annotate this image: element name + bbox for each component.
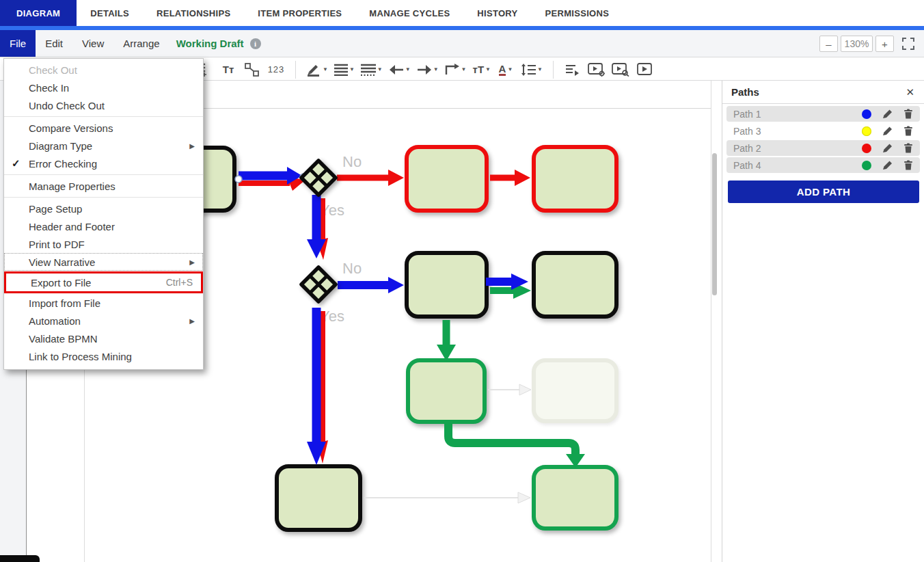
line-style-icon[interactable]: ▼ xyxy=(334,61,355,79)
fullscreen-icon[interactable] xyxy=(902,38,914,50)
tab-history[interactable]: HISTORY xyxy=(463,0,531,26)
menu-item-check-out: Check Out xyxy=(4,61,203,79)
elbow-connector-icon[interactable]: ▼ xyxy=(445,61,467,79)
menu-item-header-and-footer[interactable]: Header and Footer xyxy=(4,217,203,235)
line-spacing-icon[interactable]: ▼ xyxy=(521,61,543,79)
run-icon[interactable] xyxy=(636,61,653,79)
line-fill-style-icon[interactable]: ▼ xyxy=(361,61,383,79)
checkmark-icon: ✓ xyxy=(12,157,21,170)
task-box-red-2[interactable] xyxy=(532,145,619,213)
task-box-faded[interactable] xyxy=(532,358,619,423)
submenu-arrow-icon: ▶ xyxy=(189,317,195,325)
menu-item-export-to-file[interactable]: Export to FileCtrl+S xyxy=(4,271,203,293)
delete-trash-icon[interactable] xyxy=(903,160,913,170)
zoom-in-button[interactable]: + xyxy=(875,36,894,52)
gateway2-no-label: No xyxy=(342,260,362,278)
paths-panel-title: Paths xyxy=(731,86,759,98)
page-boundary-right xyxy=(711,81,711,562)
tab-item-properties[interactable]: ITEM PROPERTIES xyxy=(244,0,355,26)
menu-item-compare-versions[interactable]: Compare Versions xyxy=(4,119,203,137)
menu-item-page-setup[interactable]: Page Setup xyxy=(4,200,203,217)
zoom-level-value: 130% xyxy=(841,36,873,52)
task-box-green-2[interactable] xyxy=(532,465,619,531)
run-preview-icon[interactable] xyxy=(612,61,629,79)
menu-item-diagram-type[interactable]: Diagram Type▶ xyxy=(4,137,203,155)
gateway2-yes-label: Yes xyxy=(320,308,344,325)
menu-item-print-to-pdf[interactable]: Print to PDF xyxy=(4,235,203,253)
canvas-scrollbar[interactable] xyxy=(712,153,717,295)
menu-item-error-checking[interactable]: ✓Error Checking xyxy=(4,155,203,172)
top-tab-bar: DIAGRAM DETAILS RELATIONSHIPS ITEM PROPE… xyxy=(0,0,924,26)
submenu-arrow-icon: ▶ xyxy=(189,258,195,266)
close-icon[interactable]: ✕ xyxy=(906,86,914,98)
tab-permissions[interactable]: PERMISSIONS xyxy=(532,0,623,26)
menu-item-view-narrative[interactable]: View Narrative▶ xyxy=(4,253,203,271)
menu-bar: File Edit View Arrange Working Draft i xyxy=(0,30,924,57)
path-row-3[interactable]: Path 3 xyxy=(726,123,920,139)
status-working-draft: Working Draft i xyxy=(169,30,267,57)
edit-pencil-icon[interactable] xyxy=(882,109,893,119)
gateway1-yes-label: Yes xyxy=(320,202,344,219)
gateway-diamond-1[interactable] xyxy=(299,159,338,197)
path-color-dot[interactable] xyxy=(862,161,871,170)
numbering-icon[interactable]: 123 xyxy=(267,61,285,79)
connector-icon[interactable] xyxy=(243,61,261,79)
zoom-out-button[interactable]: – xyxy=(819,36,838,52)
pen-color-icon[interactable]: ▼ xyxy=(306,61,328,79)
delete-trash-icon[interactable] xyxy=(903,126,913,136)
menu-arrange[interactable]: Arrange xyxy=(113,30,169,57)
task-box-red-1[interactable] xyxy=(405,145,489,213)
file-menu-dropdown: Check Out Check In Undo Check Out Compar… xyxy=(3,58,204,370)
delete-trash-icon[interactable] xyxy=(903,109,913,119)
bottom-left-element xyxy=(0,555,40,562)
paths-panel: Paths ✕ Path 1 Path 3 Path 2 xyxy=(722,81,924,562)
run-settings-icon[interactable] xyxy=(588,61,606,79)
path-color-dot[interactable] xyxy=(862,126,871,136)
menu-item-automation[interactable]: Automation▶ xyxy=(4,312,203,330)
tab-details[interactable]: DETAILS xyxy=(77,0,143,26)
run-indent-icon[interactable] xyxy=(564,61,582,79)
gateway1-no-label: No xyxy=(342,153,362,171)
info-icon[interactable]: i xyxy=(250,38,261,49)
path-row-1[interactable]: Path 1 xyxy=(726,106,920,122)
tab-diagram[interactable]: DIAGRAM xyxy=(0,0,77,26)
shortcut-label: Ctrl+S xyxy=(166,277,193,288)
edit-pencil-icon[interactable] xyxy=(882,126,893,136)
edit-pencil-icon[interactable] xyxy=(882,143,893,153)
zoom-controls: – 130% + xyxy=(819,36,914,52)
menu-item-link-to-process-mining[interactable]: Link to Process Mining xyxy=(4,347,203,365)
task-box-black-1[interactable] xyxy=(405,251,489,319)
menu-item-check-in[interactable]: Check In xyxy=(4,79,203,96)
menu-item-import-from-file[interactable]: Import from File xyxy=(4,294,203,312)
path-color-dot[interactable] xyxy=(862,144,871,153)
font-size-icon[interactable]: тT▼ xyxy=(473,61,491,79)
submenu-arrow-icon: ▶ xyxy=(189,142,195,150)
menu-item-validate-bpmn[interactable]: Validate BPMN xyxy=(4,330,203,347)
task-box-black-3[interactable] xyxy=(275,464,362,532)
text-style-icon[interactable]: Tт xyxy=(219,61,237,79)
menu-edit[interactable]: Edit xyxy=(36,30,72,57)
font-color-icon[interactable]: A ▼ xyxy=(497,61,515,79)
diagram-editor-app: { "colors": { "accent_blue": "#1226ab", … xyxy=(0,0,924,562)
path-row-2[interactable]: Path 2 xyxy=(726,140,920,156)
menu-file[interactable]: File xyxy=(0,30,36,57)
edit-pencil-icon[interactable] xyxy=(882,160,893,170)
tab-manage-cycles[interactable]: MANAGE CYCLES xyxy=(355,0,463,26)
delete-trash-icon[interactable] xyxy=(903,143,913,153)
gateway-diamond-2[interactable] xyxy=(299,265,338,304)
menu-item-undo-check-out[interactable]: Undo Check Out xyxy=(4,96,203,114)
path-color-dot[interactable] xyxy=(862,109,871,119)
tab-relationships[interactable]: RELATIONSHIPS xyxy=(143,0,244,26)
menu-item-manage-properties[interactable]: Manage Properties xyxy=(4,177,203,195)
arrow-end-icon[interactable]: ▼ xyxy=(417,61,439,79)
add-path-button[interactable]: ADD PATH xyxy=(728,180,919,203)
path-row-4[interactable]: Path 4 xyxy=(726,157,920,173)
task-box-black-2[interactable] xyxy=(532,251,619,319)
arrow-start-icon[interactable]: ▼ xyxy=(389,61,411,79)
menu-view[interactable]: View xyxy=(72,30,113,57)
task-box-green-1[interactable] xyxy=(406,358,487,424)
